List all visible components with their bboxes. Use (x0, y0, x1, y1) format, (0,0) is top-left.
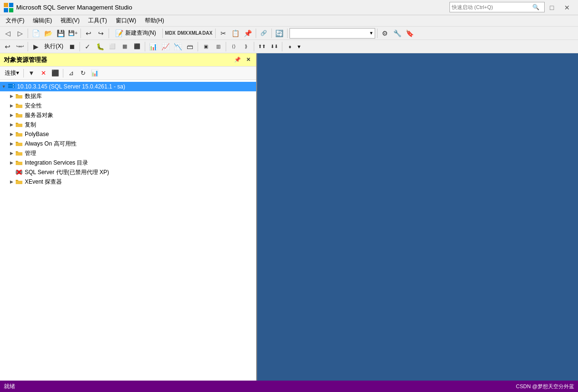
tree-toggle-management[interactable]: ▶ (8, 149, 15, 157)
sep7 (271, 29, 272, 38)
tree-toggle-sql-agent[interactable] (8, 168, 15, 176)
mdx-button[interactable]: MDX (165, 28, 176, 39)
folder-icon-xevent (15, 178, 23, 186)
undo-button[interactable]: ↩ (83, 28, 94, 39)
tb2-btn8[interactable]: 📉 (172, 41, 183, 52)
tb2-btn6[interactable]: 📊 (147, 41, 159, 52)
tb2-btn16[interactable]: ♦ (284, 41, 296, 52)
tree-toggle-always-on[interactable]: ▶ (8, 140, 15, 147)
parse-button[interactable]: ✓ (82, 41, 93, 52)
object-explorer: 对象资源管理器 📌 ✕ 连接▾ ▼ ✕ ⬛ ⊿ ↻ 📊 ▼ 10.10.3.1 (0, 53, 257, 381)
oe-activity-button[interactable]: 📊 (90, 68, 100, 78)
wrench-button[interactable]: 🔧 (392, 28, 403, 39)
save-all-button[interactable]: 💾+ (67, 28, 79, 39)
oe-header-controls: 📌 ✕ (233, 56, 252, 64)
sep2 (80, 29, 81, 38)
refresh-button[interactable]: 🔄 (274, 28, 285, 39)
tree-label-security: 安全性 (25, 102, 42, 110)
oe-pin-button[interactable]: 📌 (233, 56, 242, 64)
tree-item-integration-services[interactable]: ▶ Integration Services 目录 (0, 158, 256, 167)
oe-toolbar: 连接▾ ▼ ✕ ⬛ ⊿ ↻ 📊 (0, 67, 256, 80)
sep6 (256, 29, 256, 38)
sep13 (198, 42, 198, 51)
quick-search-box[interactable]: 🔍 (449, 2, 545, 12)
svg-rect-12 (16, 133, 22, 137)
paste-button[interactable]: 📌 (242, 28, 254, 39)
tree-item-polybase[interactable]: ▶ PolyBase (0, 129, 256, 139)
tb2-btn15[interactable]: ⬇⬇ (269, 41, 280, 52)
tree-label-polybase: PolyBase (25, 131, 49, 137)
tree-item-databases[interactable]: ▶ 数据库 (0, 91, 256, 101)
tree-item-sql-agent[interactable]: SQL Server 代理(已禁用代理 XP) (0, 167, 256, 177)
tree-item-server[interactable]: ▼ 10.10.3.145 (SQL Server 15.0.4261.1 - … (0, 82, 256, 91)
tb2-btn10[interactable]: ▣ (200, 41, 211, 52)
dmx-button[interactable]: DMX (177, 28, 189, 39)
oe-refresh-button[interactable]: ↻ (78, 68, 88, 78)
tb2-btn4[interactable]: ▦ (119, 41, 130, 52)
execute-button[interactable]: ▶ (30, 41, 41, 52)
menu-item-w[interactable]: 窗口(W) (112, 16, 140, 26)
tree-item-management[interactable]: ▶ 管理 (0, 148, 256, 158)
connect-button[interactable]: 连接▾ (3, 68, 21, 78)
oe-filter-button[interactable]: ▼ (26, 68, 37, 78)
debug-button[interactable]: 🐛 (94, 41, 106, 52)
svg-rect-3 (9, 8, 13, 12)
back-button[interactable]: ◁ (2, 28, 13, 39)
tree-item-xevent[interactable]: ▶ XEvent 探查器 (0, 177, 256, 186)
sep3 (109, 29, 109, 38)
open-button[interactable]: 📂 (42, 28, 54, 39)
menu-item-f[interactable]: 文件(F) (2, 16, 28, 26)
stop-button[interactable]: ⏹ (66, 41, 78, 52)
tb2-btn2[interactable]: ↪↩ (14, 41, 26, 52)
tb2-btn12[interactable]: ⟨⟩ (228, 41, 239, 52)
tb2-btn5[interactable]: ⬛ (131, 41, 143, 52)
tree-toggle-databases[interactable]: ▶ (8, 92, 15, 100)
tree-item-server-objects[interactable]: ▶ 服务器对象 (0, 110, 256, 120)
tree-toggle-integration-services[interactable]: ▶ (8, 159, 15, 167)
sep9 (377, 29, 378, 38)
svg-point-6 (13, 84, 14, 85)
oe-close-button[interactable]: ✕ (244, 56, 252, 64)
save-button[interactable]: 💾 (55, 28, 66, 39)
tree-toggle-security[interactable]: ▶ (8, 102, 15, 109)
menu-item-h[interactable]: 帮助(H) (141, 16, 168, 26)
tree-toggle-server-objects[interactable]: ▶ (8, 111, 15, 119)
tb2-btn14[interactable]: ⬆⬆ (256, 41, 268, 52)
bookmark-button[interactable]: 🔖 (404, 28, 416, 39)
menu-item-t[interactable]: 工具(T) (84, 16, 110, 26)
tb2-btn9[interactable]: 🗃 (184, 41, 196, 52)
menu-item-e[interactable]: 编辑(E) (29, 16, 56, 26)
new-query-button[interactable]: 📝 新建查询(N) (111, 28, 160, 39)
maximize-button[interactable]: □ (545, 3, 559, 12)
link-button[interactable]: 🔗 (258, 28, 269, 39)
tree-toggle-replication[interactable]: ▶ (8, 121, 15, 128)
tree-toggle-xevent[interactable]: ▶ (8, 178, 15, 186)
tree-label-sql-agent: SQL Server 代理(已禁用代理 XP) (25, 168, 109, 176)
close-button[interactable]: ✕ (560, 3, 574, 12)
settings-button[interactable]: ⚙ (379, 28, 391, 39)
oe-stop-button[interactable]: ⬛ (50, 68, 60, 78)
database-dropdown[interactable]: ▾ (289, 28, 375, 39)
dax-button[interactable]: DAX (202, 28, 213, 39)
tree-toggle-server[interactable]: ▼ (0, 83, 8, 90)
cut-button[interactable]: ✂ (218, 28, 229, 39)
oe-funnel-button[interactable]: ⊿ (66, 68, 76, 78)
tree-item-replication[interactable]: ▶ 复制 (0, 120, 256, 129)
menu-item-v[interactable]: 视图(V) (57, 16, 83, 26)
tb2-btn13[interactable]: ⟫ (240, 41, 252, 52)
tb2-btn11[interactable]: ▥ (212, 41, 224, 52)
tree-item-security[interactable]: ▶ 安全性 (0, 101, 256, 110)
forward-button[interactable]: ▷ (14, 28, 26, 39)
xmla-button[interactable]: XMLA (189, 28, 201, 39)
tree-toggle-polybase[interactable]: ▶ (8, 130, 15, 138)
new-button[interactable]: 📄 (30, 28, 41, 39)
tb2-btn1[interactable]: ↩ (2, 41, 13, 52)
copy-button[interactable]: 📋 (230, 28, 241, 39)
quick-search-input[interactable] (450, 3, 531, 11)
redo-button[interactable]: ↪ (95, 28, 107, 39)
tb2-btn7[interactable]: 📈 (159, 41, 171, 52)
oe-disconnect-button[interactable]: ✕ (38, 68, 49, 78)
svg-rect-2 (4, 8, 8, 12)
tree-item-always-on[interactable]: ▶ Always On 高可用性 (0, 139, 256, 148)
tb2-btn3[interactable]: ⬜ (107, 41, 118, 52)
